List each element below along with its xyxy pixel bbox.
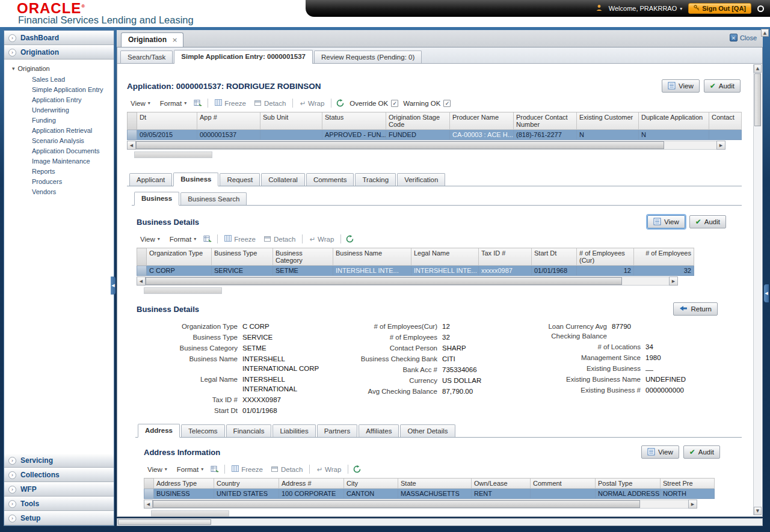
tree-item-simple-application-entry[interactable]: Simple Application Entry (4, 84, 114, 94)
cell-address-type[interactable]: BUSINESS (154, 489, 214, 499)
frozen-pane-scrollbar[interactable] (151, 510, 229, 516)
column-header-contact[interactable]: Contact (709, 112, 742, 130)
column-header-postal-type[interactable]: Postal Type (596, 478, 661, 489)
business-row[interactable]: C CORP SERVICE SETME INTERSHELL INTE... … (137, 266, 694, 276)
freeze-button[interactable]: Freeze (223, 234, 257, 244)
sidebar-item-tools[interactable]: ›Tools (4, 497, 114, 511)
column-header-business-type[interactable]: Business Type (212, 248, 273, 266)
sidebar-item-servicing[interactable]: ›Servicing (4, 453, 114, 468)
tree-item-image-maintenance[interactable]: Image Maintenance (4, 156, 114, 166)
freeze-button[interactable]: Freeze (213, 98, 248, 108)
column-header-address-type[interactable]: Address Type (154, 478, 214, 489)
scroll-thumb[interactable] (153, 500, 640, 508)
v-scrollbar[interactable]: ▲ ▼ (753, 64, 762, 515)
export-icon[interactable] (203, 235, 212, 243)
view-menu[interactable]: View▾ (138, 234, 162, 244)
cell-street-pre[interactable]: NORTH (661, 489, 715, 499)
tab-verification[interactable]: Verification (397, 173, 445, 186)
cell-start-dt[interactable]: 01/01/1968 (532, 266, 577, 276)
column-header-organization-type[interactable]: Organization Type (147, 248, 212, 266)
tab-partners[interactable]: Partners (317, 424, 357, 437)
cell-comment[interactable] (531, 489, 596, 499)
cell-postal-type[interactable]: NORMAL ADDRESS (596, 489, 661, 499)
scroll-thumb[interactable] (146, 277, 622, 285)
tree-item-producers[interactable]: Producers (4, 176, 114, 186)
scroll-track[interactable] (146, 277, 669, 286)
signout-button[interactable]: Sign Out [QA] (688, 3, 751, 14)
column-header-start-dt[interactable]: Start Dt (532, 248, 577, 266)
audit-button[interactable]: ✔Audit (704, 79, 741, 93)
scroll-right-button[interactable]: ▶ (669, 277, 678, 286)
scroll-left-button[interactable]: ◀ (137, 277, 146, 286)
tree-item-reports[interactable]: Reports (4, 166, 114, 176)
scroll-track[interactable] (136, 141, 716, 150)
tree-item-application-entry[interactable]: Application Entry (4, 94, 114, 105)
tree-item-application-retrieval[interactable]: Application Retrieval (4, 125, 114, 135)
tab-business[interactable]: Business (173, 173, 218, 186)
scroll-track[interactable] (153, 500, 688, 509)
scroll-thumb[interactable] (118, 519, 211, 525)
column-header-app-number[interactable]: App # (197, 112, 260, 130)
page-scroll-up-button[interactable]: ▲ (761, 29, 769, 37)
cell-employees[interactable]: 32 (634, 266, 694, 276)
scroll-thumb[interactable] (754, 73, 761, 126)
wrap-button[interactable]: ↵Wrap (307, 234, 336, 245)
wrap-button[interactable]: ↵Wrap (298, 98, 326, 109)
tab-telecoms[interactable]: Telecoms (181, 424, 225, 437)
sidebar-item-collections[interactable]: ›Collections (4, 468, 114, 482)
scroll-down-button[interactable]: ▼ (754, 507, 762, 515)
column-header-dt[interactable]: Dt (137, 112, 197, 130)
cell-city[interactable]: CANTON (344, 489, 398, 499)
tab-review-requests[interactable]: Review Requests (Pending: 0) (314, 50, 422, 63)
cell-sub-unit[interactable] (260, 130, 322, 140)
cell-state[interactable]: MASSACHUSETTS (398, 489, 472, 499)
cell-legal-name[interactable]: INTERSHELL INTE... (411, 266, 479, 276)
tree-root-origination[interactable]: ▾Origination (4, 64, 114, 74)
override-ok-checkbox[interactable]: Override OK✓ (350, 100, 398, 107)
tab-address[interactable]: Address (138, 424, 180, 438)
audit-button[interactable]: ✔Audit (683, 445, 720, 459)
row-selector[interactable] (137, 266, 147, 276)
detach-button[interactable]: Detach (270, 464, 304, 474)
tab-search-task[interactable]: Search/Task (120, 50, 173, 63)
tab-origination[interactable]: Origination× (121, 32, 183, 47)
tree-item-sales-lead[interactable]: Sales Lead (4, 74, 114, 84)
tab-business-detail[interactable]: Business (134, 192, 179, 206)
power-icon[interactable] (757, 5, 764, 12)
column-header-country[interactable]: Country (214, 478, 279, 489)
sidebar-item-origination[interactable]: ›Origination (4, 45, 114, 60)
return-button[interactable]: Return (673, 302, 718, 316)
column-header-own-lease[interactable]: Own/Lease (472, 478, 531, 489)
tab-comments[interactable]: Comments (306, 173, 354, 186)
cell-origination-stage-code[interactable]: FUNDED (386, 130, 450, 140)
scroll-left-button[interactable]: ◀ (144, 500, 153, 509)
close-tab-icon[interactable]: × (172, 36, 177, 44)
frozen-pane-scrollbar[interactable] (134, 151, 212, 158)
tree-item-funding[interactable]: Funding (4, 115, 114, 125)
column-header-state[interactable]: State (398, 478, 472, 489)
refresh-icon[interactable] (353, 465, 362, 473)
format-menu[interactable]: Format▾ (158, 99, 189, 108)
cell-country[interactable]: UNITED STATES (214, 489, 279, 499)
cell-producer-contact-number[interactable]: (818)-761-2277 (514, 130, 577, 140)
sidebar-item-dashboard[interactable]: ›DashBoard (4, 31, 114, 45)
scroll-right-button[interactable]: ▶ (688, 500, 697, 509)
tab-request[interactable]: Request (220, 173, 260, 186)
cell-duplicate-application[interactable]: N (639, 130, 709, 140)
tab-financials[interactable]: Financials (226, 424, 272, 437)
column-header-producer-contact-number[interactable]: Producer Contact Number (514, 112, 577, 130)
column-header-address-number[interactable]: Address # (279, 478, 344, 489)
column-header-sub-unit[interactable]: Sub Unit (260, 112, 322, 130)
scroll-right-button[interactable]: ▶ (716, 141, 725, 150)
cell-existing-customer[interactable]: N (577, 130, 639, 140)
column-header-business-category[interactable]: Business Category (273, 248, 333, 266)
address-row[interactable]: BUSINESS UNITED STATES 100 CORPORATE CAN… (144, 489, 715, 499)
refresh-icon[interactable] (346, 235, 354, 243)
column-header-existing-customer[interactable]: Existing Customer (577, 112, 639, 130)
cell-tax-id[interactable]: xxxxx0987 (479, 266, 532, 276)
view-button[interactable]: View (662, 79, 700, 93)
tab-tracking[interactable]: Tracking (355, 173, 396, 186)
tree-item-vendors[interactable]: Vendors (4, 186, 114, 197)
column-header-status[interactable]: Status (322, 112, 386, 130)
view-button[interactable]: View (647, 215, 685, 228)
